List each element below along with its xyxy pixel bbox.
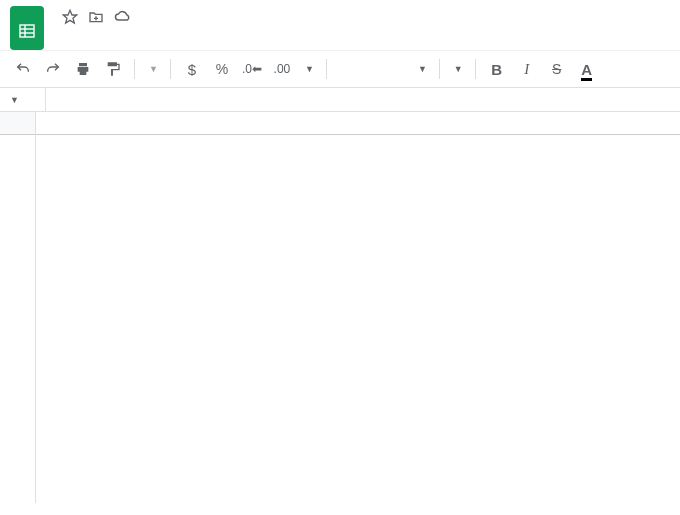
bold-icon[interactable]: B — [484, 56, 510, 82]
menu-data[interactable] — [137, 31, 151, 37]
italic-icon[interactable]: I — [514, 56, 540, 82]
menu-format[interactable] — [120, 31, 134, 37]
menu-addons[interactable] — [171, 31, 185, 37]
font-size-combo[interactable]: ▼ — [448, 57, 467, 81]
more-formats-combo[interactable]: ▼ — [299, 57, 318, 81]
svg-marker-5 — [63, 10, 76, 23]
paint-format-icon[interactable] — [100, 56, 126, 82]
toolbar: ▼ $ % .0⬅ .00 ▼ ▼ ▼ B I S A — [0, 50, 680, 88]
name-box[interactable]: ▼ — [0, 88, 46, 111]
menu-view[interactable] — [86, 31, 100, 37]
zoom-combo[interactable]: ▼ — [143, 57, 162, 81]
strikethrough-icon[interactable]: S — [544, 56, 570, 82]
star-icon[interactable] — [62, 9, 78, 25]
text-color-icon[interactable]: A — [574, 56, 600, 82]
last-edit-link[interactable] — [211, 31, 225, 37]
menubar — [52, 31, 670, 37]
redo-icon[interactable] — [40, 56, 66, 82]
select-all-corner[interactable] — [0, 112, 35, 135]
font-combo[interactable]: ▼ — [335, 57, 431, 81]
move-icon[interactable] — [88, 9, 104, 25]
percent-icon[interactable]: % — [209, 56, 235, 82]
menu-file[interactable] — [52, 31, 66, 37]
menu-tools[interactable] — [154, 31, 168, 37]
menu-help[interactable] — [188, 31, 202, 37]
undo-icon[interactable] — [10, 56, 36, 82]
cloud-status[interactable] — [114, 8, 136, 26]
decrease-decimal-icon[interactable]: .0⬅ — [239, 56, 265, 82]
currency-icon[interactable]: $ — [179, 56, 205, 82]
increase-decimal-icon[interactable]: .00 — [269, 56, 295, 82]
menu-edit[interactable] — [69, 31, 83, 37]
menu-insert[interactable] — [103, 31, 117, 37]
sheets-app-icon[interactable] — [10, 6, 44, 50]
print-icon[interactable] — [70, 56, 96, 82]
